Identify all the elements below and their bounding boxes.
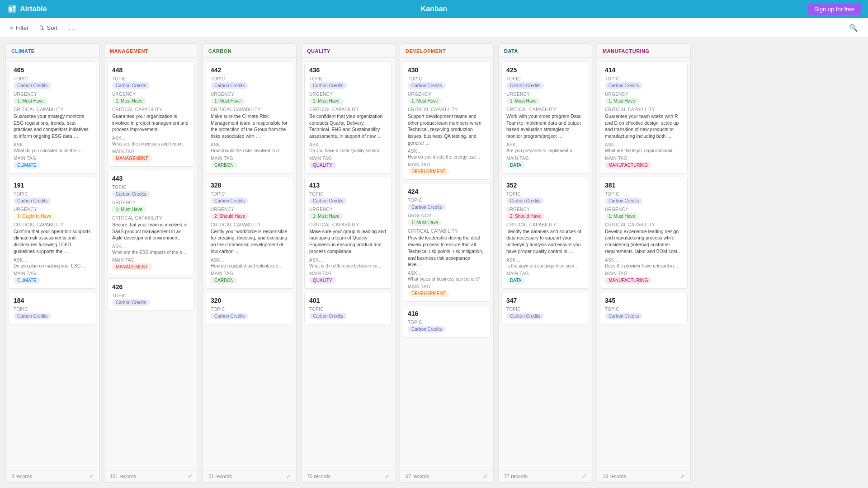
card-critical-text: Make sure your group is leading and mana… bbox=[309, 228, 387, 255]
svg-rect-2 bbox=[13, 6, 15, 9]
kanban-card[interactable]: 414TOPICCarbon CreditsURGENCY1: Must Hav… bbox=[600, 61, 688, 174]
column-header-data: DATA bbox=[499, 44, 592, 58]
column-header-manufacturing: MANUFACTURING bbox=[597, 44, 690, 58]
card-critical-label: CRITICAL CAPABILITY bbox=[309, 222, 387, 227]
card-critical-text: Identify the datasets and sources of dat… bbox=[506, 228, 584, 255]
card-topic-label: TOPIC bbox=[506, 192, 584, 197]
card-topic-label: TOPIC bbox=[605, 192, 683, 197]
search-button[interactable]: 🔍 bbox=[846, 22, 861, 34]
card-maintag-label: MAIN TAG bbox=[112, 258, 190, 263]
kanban-card[interactable]: 430TOPICCarbon CreditsURGENCY1: Must Hav… bbox=[403, 61, 491, 180]
kanban-card[interactable]: 442TOPICCarbon CreditsURGENCY1: Must Hav… bbox=[206, 61, 293, 174]
card-topic-badge: Carbon Credits bbox=[14, 82, 51, 89]
card-urgency-badge: 1: Must Have bbox=[506, 98, 540, 104]
card-urgency-badge: 1: Must Have bbox=[112, 206, 146, 213]
kanban-card[interactable]: 184TOPICCarbon Credits bbox=[9, 292, 96, 324]
kanban-card[interactable]: 191TOPICCarbon CreditsURGENCY3: Ought to… bbox=[9, 177, 96, 289]
kanban-card[interactable]: 345TOPICCarbon Credits bbox=[600, 292, 688, 324]
card-topic-badge: Carbon Credits bbox=[506, 313, 544, 319]
card-ask-label: ASK… bbox=[408, 149, 486, 154]
kanban-card[interactable]: 413TOPICCarbon CreditsURGENCY1: Must Hav… bbox=[304, 177, 392, 289]
card-number: 401 bbox=[309, 297, 387, 304]
kanban-card[interactable]: 465TOPICCarbon CreditsURGENCY1: Must Hav… bbox=[9, 61, 96, 174]
card-critical-text: Make sure the Climate Risk Management te… bbox=[211, 113, 288, 140]
card-ask-text: Do you plan on making your ESG … bbox=[14, 263, 91, 268]
column-footer-management: 101 records⤢ bbox=[104, 470, 198, 482]
kanban-board: CLIMATE465TOPICCarbon CreditsURGENCY1: M… bbox=[0, 38, 868, 488]
card-ask-label: ASK… bbox=[211, 258, 288, 263]
expand-icon[interactable]: ⤢ bbox=[680, 473, 685, 479]
card-maintag-badge: QUALITY bbox=[309, 162, 336, 169]
card-critical-text: Work with your cross program Data Team t… bbox=[506, 113, 584, 140]
card-urgency-label: URGENCY bbox=[506, 207, 584, 212]
filter-label: Filter bbox=[16, 24, 29, 31]
top-nav: Airtable Kanban Sign up for free bbox=[0, 0, 868, 18]
signup-button[interactable]: Sign up for free bbox=[808, 4, 861, 15]
kanban-card[interactable]: 426TOPICCarbon Credits bbox=[107, 278, 195, 311]
column-header-management: MANAGEMENT bbox=[104, 44, 198, 58]
card-topic-label: TOPIC bbox=[112, 293, 190, 298]
card-topic-badge: Carbon Credits bbox=[506, 82, 544, 89]
records-count: 18 records bbox=[603, 474, 626, 479]
kanban-card[interactable]: 328TOPICCarbon CreditsURGENCY2: Should H… bbox=[206, 177, 293, 289]
card-critical-label: CRITICAL CAPABILITY bbox=[211, 107, 288, 112]
kanban-card[interactable]: 416TOPICCarbon Credits bbox=[403, 305, 491, 338]
column-quality: QUALITY436TOPICCarbon CreditsURGENCY1: M… bbox=[301, 43, 395, 483]
card-topic-label: TOPIC bbox=[605, 76, 683, 81]
card-urgency-badge: 2: Should Have bbox=[506, 213, 544, 220]
kanban-card[interactable]: 352TOPICCarbon CreditsURGENCY2: Should H… bbox=[501, 177, 589, 289]
card-number: 416 bbox=[408, 310, 486, 317]
card-topic-badge: Carbon Credits bbox=[112, 82, 150, 89]
card-ask-label: ASK… bbox=[309, 142, 387, 147]
card-urgency-badge: 1: Must Have bbox=[309, 213, 343, 220]
more-options-button[interactable]: ... bbox=[66, 21, 79, 34]
column-scroll-development: 430TOPICCarbon CreditsURGENCY1: Must Hav… bbox=[400, 58, 493, 470]
card-maintag-badge: MANAGEMENT bbox=[112, 263, 152, 270]
expand-icon[interactable]: ⤢ bbox=[483, 473, 488, 479]
card-number: 424 bbox=[408, 188, 486, 195]
column-label-manufacturing: MANUFACTURING bbox=[603, 48, 650, 54]
expand-icon[interactable]: ⤢ bbox=[385, 473, 389, 479]
kanban-card[interactable]: 424TOPICCarbon CreditsURGENCY1: Must Hav… bbox=[403, 183, 491, 301]
card-topic-label: TOPIC bbox=[14, 76, 91, 81]
card-ask-label: ASK… bbox=[506, 142, 584, 147]
card-topic-badge: Carbon Credits bbox=[605, 197, 642, 204]
card-ask-text: What do you consider to be the c… bbox=[14, 148, 91, 153]
card-critical-text: Provide leadership during the deal revie… bbox=[408, 235, 486, 267]
card-topic-badge: Carbon Credits bbox=[211, 197, 248, 204]
filter-icon: ≡ bbox=[10, 24, 14, 31]
card-maintag-badge: DEVELOPMENT bbox=[408, 168, 449, 175]
column-footer-carbon: 21 records⤢ bbox=[203, 470, 296, 482]
card-maintag-label: MAIN TAG bbox=[506, 156, 584, 161]
kanban-card[interactable]: 320TOPICCarbon Credits bbox=[206, 292, 293, 324]
column-label-climate: CLIMATE bbox=[11, 48, 35, 54]
expand-icon[interactable]: ⤢ bbox=[89, 473, 94, 479]
kanban-card[interactable]: 436TOPICCarbon CreditsURGENCY1: Must Hav… bbox=[304, 61, 392, 174]
kanban-card[interactable]: 401TOPICCarbon Credits bbox=[304, 292, 392, 324]
filter-button[interactable]: ≡ Filter bbox=[7, 23, 31, 33]
card-critical-label: CRITICAL CAPABILITY bbox=[112, 216, 190, 221]
card-critical-text: Guarantee your team works with R and D o… bbox=[605, 113, 683, 140]
card-topic-badge: Carbon Credits bbox=[506, 197, 544, 204]
kanban-card[interactable]: 448TOPICCarbon CreditsURGENCY1: Must Hav… bbox=[107, 61, 195, 167]
column-data: DATA425TOPICCarbon CreditsURGENCY1: Must… bbox=[498, 43, 592, 483]
card-number: 320 bbox=[211, 297, 288, 304]
expand-icon[interactable]: ⤢ bbox=[582, 473, 586, 479]
card-number: 436 bbox=[309, 66, 387, 74]
expand-icon[interactable]: ⤢ bbox=[188, 473, 192, 479]
card-maintag-label: MAIN TAG bbox=[14, 156, 91, 161]
kanban-card[interactable]: 347TOPICCarbon Credits bbox=[501, 292, 589, 324]
card-critical-label: CRITICAL CAPABILITY bbox=[506, 222, 584, 227]
card-topic-label: TOPIC bbox=[211, 307, 288, 312]
card-urgency-badge: 1: Must Have bbox=[605, 98, 639, 104]
card-ask-text: What are the ESG impacts of the b… bbox=[112, 250, 190, 255]
sort-button[interactable]: ⇅ Sort bbox=[37, 23, 60, 33]
expand-icon[interactable]: ⤢ bbox=[286, 473, 291, 479]
card-number: 352 bbox=[506, 182, 584, 189]
kanban-card[interactable]: 425TOPICCarbon CreditsURGENCY1: Must Hav… bbox=[501, 61, 589, 174]
sort-label: Sort bbox=[47, 24, 57, 31]
card-critical-label: CRITICAL CAPABILITY bbox=[408, 229, 486, 234]
kanban-card[interactable]: 443TOPICCarbon CreditsURGENCY1: Must Hav… bbox=[107, 170, 195, 275]
card-critical-label: CRITICAL CAPABILITY bbox=[14, 107, 91, 112]
kanban-card[interactable]: 381TOPICCarbon CreditsURGENCY1: Must Hav… bbox=[600, 177, 688, 289]
